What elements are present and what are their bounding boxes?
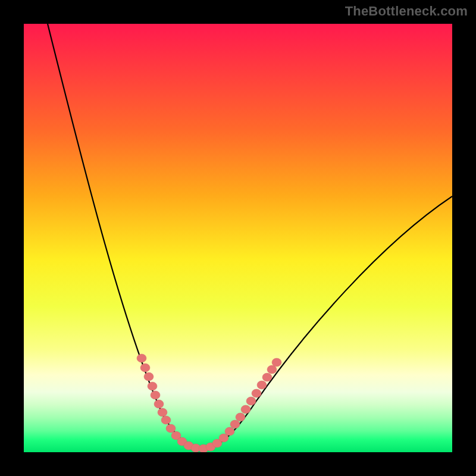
curve-marker <box>241 405 250 414</box>
curve-marker <box>140 364 150 372</box>
curve-marker <box>246 397 256 405</box>
curve-marker <box>257 381 267 389</box>
bottleneck-curve <box>48 24 452 449</box>
curve-marker <box>267 365 277 374</box>
curve-marker <box>158 408 167 416</box>
curve-marker <box>144 372 154 381</box>
chart-frame: TheBottleneck.com <box>0 0 476 476</box>
curve-marker <box>166 424 176 433</box>
curve-marker <box>154 400 164 408</box>
curve-marker <box>225 427 234 436</box>
curve-marker <box>148 382 157 390</box>
watermark-text: TheBottleneck.com <box>345 4 468 19</box>
curve-marker <box>151 391 160 399</box>
plot-area <box>24 24 452 452</box>
curve-marker <box>161 416 171 424</box>
curve-svg <box>24 24 452 452</box>
curve-marker <box>230 420 240 428</box>
marker-group-right <box>199 358 281 452</box>
marker-group-left <box>137 354 201 452</box>
curve-marker <box>272 358 281 367</box>
curve-marker <box>262 373 272 381</box>
curve-marker <box>252 389 261 397</box>
curve-marker <box>236 413 245 421</box>
curve-marker <box>137 354 146 362</box>
